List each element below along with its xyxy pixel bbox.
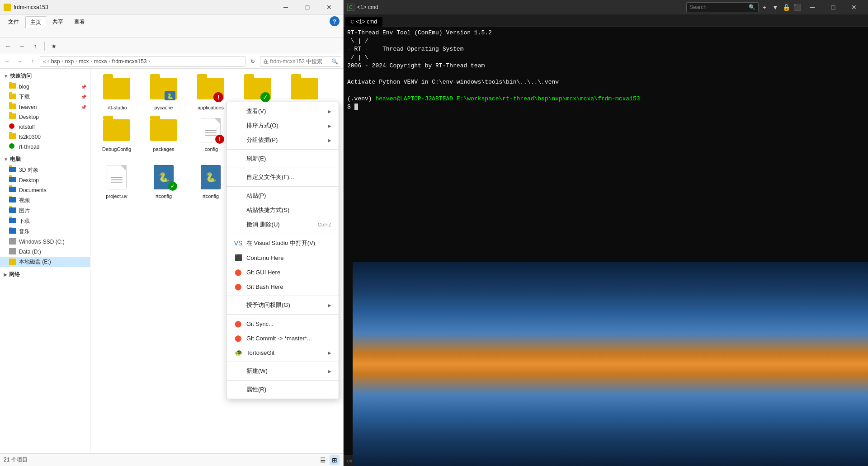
- cmd-toolbar-btn2[interactable]: ▼: [770, 2, 780, 12]
- sidebar-item-documents[interactable]: Documents: [0, 185, 90, 195]
- sidebar-item-heaven[interactable]: heaven 📌: [0, 102, 90, 112]
- cm-sep-1: [226, 149, 339, 150]
- cm-item-paste-shortcut[interactable]: 粘贴快捷方式(S): [226, 203, 339, 217]
- ribbon-tab-home[interactable]: 主页: [25, 16, 46, 28]
- close-button[interactable]: ✕: [319, 0, 340, 14]
- breadcrumb-bsp[interactable]: bsp: [51, 58, 60, 65]
- cm-item-git-commit[interactable]: ⬤ Git Commit -> *master*...: [226, 331, 339, 345]
- quick-access-label: 快速访问: [10, 72, 32, 80]
- search-box[interactable]: 🔍: [260, 56, 341, 67]
- cmd-toolbar-btn3[interactable]: 🔒: [781, 2, 791, 12]
- forward-button[interactable]: →: [15, 40, 28, 52]
- cmd-toolbar-btn4[interactable]: ⬛: [792, 2, 802, 12]
- quick-access-button[interactable]: ★: [47, 40, 60, 52]
- sidebar-item-desktop2[interactable]: Desktop: [0, 175, 90, 185]
- cm-sep-3: [226, 186, 339, 187]
- list-view-button[interactable]: ☰: [318, 455, 328, 465]
- cmd-tab-1[interactable]: C <1> cmd: [345, 17, 382, 27]
- sidebar-item-data-d[interactable]: Data (D:): [0, 247, 90, 257]
- file-item-rtconfig-py[interactable]: 🐍 ✓ rtconfig: [141, 161, 186, 201]
- sidebar-item-downloads2[interactable]: 下载: [0, 216, 90, 226]
- sidebar-item-music-label: 音乐: [19, 228, 30, 235]
- sidebar-item-desktop[interactable]: Desktop: [0, 112, 90, 122]
- cm-item-grant-access[interactable]: 授予访问权限(G) ▶: [226, 298, 339, 312]
- sidebar-item-iotstuff[interactable]: iotstuff: [0, 122, 90, 132]
- cm-grant-arrow: ▶: [328, 303, 331, 308]
- ribbon-tab-file[interactable]: 文件: [4, 16, 24, 28]
- cmd-search-input[interactable]: [689, 4, 749, 10]
- cm-item-customize[interactable]: 自定义文件夹(F)...: [226, 170, 339, 184]
- cm-item-view[interactable]: 查看(V) ▶: [226, 104, 339, 118]
- cm-item-undo[interactable]: 撤消 删除(U) Ctrl+Z: [226, 217, 339, 232]
- back-button[interactable]: ←: [2, 40, 14, 52]
- cmd-maximize-button[interactable]: □: [823, 0, 844, 14]
- addr-back-button[interactable]: ←: [2, 56, 13, 67]
- cm-item-refresh[interactable]: 刷新(E): [226, 151, 339, 166]
- breadcrumb-mcxa[interactable]: mcxa: [94, 58, 107, 65]
- cm-item-group[interactable]: 分组依据(P) ▶: [226, 133, 339, 147]
- cm-git-gui-label: Git GUI Here: [246, 269, 280, 276]
- ribbon-tab-view[interactable]: 查看: [70, 16, 90, 28]
- cmd-minimize-button[interactable]: ─: [802, 0, 823, 14]
- breadcrumb-mcx[interactable]: mcx: [79, 58, 89, 65]
- breadcrumb[interactable]: « › bsp › nxp › mcx › mcxa › frdm-mcxa15…: [40, 56, 245, 67]
- cmd-toolbar-btn1[interactable]: +: [760, 2, 769, 12]
- cmd-app-icon: C: [347, 4, 354, 11]
- sidebar-item-music[interactable]: 音乐: [0, 226, 90, 237]
- folder-icon: [9, 83, 16, 90]
- search-input[interactable]: [263, 58, 331, 65]
- cm-item-sort[interactable]: 排序方式(O) ▶: [226, 118, 339, 133]
- cm-item-tortoise[interactable]: 🐢 TortoiseGit ▶: [226, 345, 339, 360]
- cm-item-git-sync[interactable]: ⬤ Git Sync...: [226, 316, 339, 331]
- cmd-line-4: / | \: [347, 54, 864, 62]
- refresh-button[interactable]: ↻: [247, 56, 258, 67]
- cm-sep-5: [226, 296, 339, 296]
- cm-item-paste[interactable]: 粘贴(P): [226, 188, 339, 203]
- file-item-rtt-studio[interactable]: .rtt-studio: [94, 72, 139, 112]
- sidebar-item-windows-ssd[interactable]: Windows-SSD (C:): [0, 237, 90, 247]
- file-item-config-name: .config: [203, 146, 218, 152]
- pc-header[interactable]: ▼ 电脑: [0, 154, 90, 165]
- sidebar-item-rtthread[interactable]: rt-thread: [0, 142, 90, 152]
- file-item-projectuv[interactable]: project.uv: [94, 161, 139, 201]
- folder-icon: [9, 113, 16, 121]
- sidebar-item-download[interactable]: 下载 📌: [0, 92, 90, 102]
- sidebar-item-pictures[interactable]: 图片: [0, 206, 90, 216]
- addr-up-button[interactable]: ↑: [27, 56, 38, 67]
- cm-item-git-gui[interactable]: ⬤ Git GUI Here: [226, 265, 339, 279]
- cm-git-commit-label: Git Commit -> *master*...: [246, 335, 312, 342]
- file-item-pycache[interactable]: 🐍 __pycache__: [141, 72, 186, 112]
- cm-item-git-bash[interactable]: ⬤ Git Bash Here: [226, 279, 339, 294]
- breadcrumb-nxp[interactable]: nxp: [65, 58, 74, 65]
- network-header[interactable]: ▶ 网络: [0, 269, 90, 280]
- minimize-button[interactable]: ─: [275, 0, 296, 14]
- cm-item-properties[interactable]: 属性(R): [226, 382, 339, 397]
- grid-view-button[interactable]: ⊞: [330, 455, 340, 465]
- cmd-line-2: \ | /: [347, 37, 864, 45]
- sidebar-item-videos[interactable]: 视频: [0, 195, 90, 206]
- up-button[interactable]: ↑: [29, 40, 42, 52]
- sidebar-item-pictures-label: 图片: [19, 207, 30, 215]
- maximize-button[interactable]: □: [297, 0, 318, 14]
- addr-forward-button[interactable]: →: [14, 56, 25, 67]
- cmd-close-button[interactable]: ✕: [844, 0, 864, 14]
- sidebar-item-3d[interactable]: 3D 对象: [0, 165, 90, 175]
- sidebar-item-local-e[interactable]: 本地磁盘 (E:): [0, 257, 90, 267]
- file-item-packages[interactable]: packages: [141, 114, 186, 159]
- cmd-tab-label: <1> cmd: [356, 19, 377, 25]
- cmd-line-6: [347, 70, 864, 78]
- breadcrumb-frdm[interactable]: frdm-mcxa153: [112, 58, 147, 65]
- file-icon-rtconfig-py: 🐍 ✓: [149, 163, 178, 192]
- cm-item-new[interactable]: 新建(W) ▶: [226, 364, 339, 378]
- cm-undo-shortcut: Ctrl+Z: [318, 222, 331, 227]
- sidebar-item-ls2k0300[interactable]: ls2k0300: [0, 132, 90, 142]
- help-button[interactable]: ?: [330, 16, 340, 26]
- quick-access-header[interactable]: ▼ 快速访问: [0, 71, 90, 82]
- ribbon-tab-share[interactable]: 共享: [48, 16, 68, 28]
- sidebar-item-blog[interactable]: blog 📌: [0, 82, 90, 92]
- cmd-search-box[interactable]: 🔍: [686, 2, 759, 12]
- breadcrumb-nav-icon: «: [43, 58, 46, 65]
- file-item-debugconfig[interactable]: DebugConfig: [94, 114, 139, 159]
- cm-item-vscode[interactable]: VS 在 Visual Studio 中打开(V): [226, 236, 339, 250]
- cm-item-conemu[interactable]: ⬛ ConEmu Here: [226, 250, 339, 265]
